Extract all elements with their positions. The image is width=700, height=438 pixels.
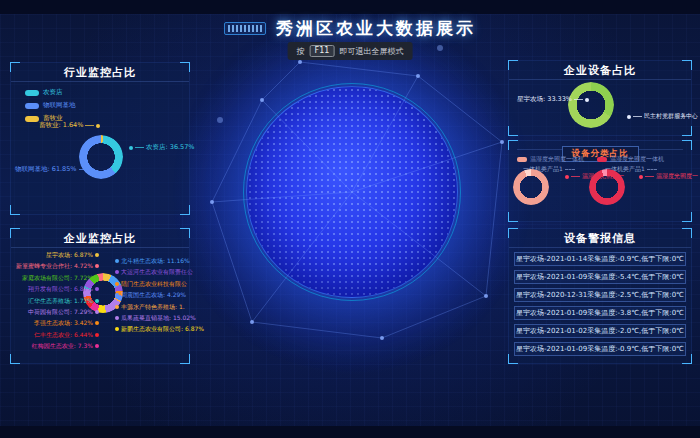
equipment-donut-chart[interactable] <box>568 82 614 128</box>
callout-text: 温湿度光照度一 <box>656 172 698 181</box>
alarm-panel-title: 设备警报信息 <box>509 229 691 248</box>
enterprise-label-text: 汇华生态养殖场: 1.72% <box>28 298 93 304</box>
fullscreen-tooltip: 按 F11 即可退出全屏模式 <box>288 42 413 60</box>
callout-line <box>571 176 580 177</box>
enterprise-label: 仁丰生态农业: 6.44% <box>34 332 99 338</box>
enterprise-label-text: 翔升发有限公司: 6.87% <box>28 286 93 292</box>
callout-dot <box>95 299 99 303</box>
panel-device-classification: 设备分类占比 温湿度光照度一体机 一体机类产品1 温湿度光照度一 温湿度光照度一… <box>508 140 692 222</box>
callout-dot <box>115 327 119 331</box>
class-right-legend[interactable]: 温湿度光照度一体机 <box>597 155 664 164</box>
enterprise-label: 翔升发有限公司: 6.87% <box>28 286 99 292</box>
enterprise-label-text: 丰源水产特色养殖场: 1. <box>121 304 185 310</box>
enterprise-labels-right: 北斗精生态农场: 11.16% 大运河生态农业有限责任公 陆门生态农业科技有限公… <box>115 258 193 338</box>
callout-dot <box>95 264 99 268</box>
enterprise-label: 家庭农场有限公司: 7.72% <box>22 275 99 281</box>
enterprise-label: 新篁蜜蜂专业合作社: 4.72% <box>16 263 99 269</box>
callout-text: 农资店: 36.57% <box>146 143 195 152</box>
enterprise-label-text: 仁丰生态农业: 6.44% <box>34 332 93 338</box>
enterprise-label-text: 李强生态农场: 3.42% <box>34 320 93 326</box>
legend-label: 温湿度光照度一体机 <box>530 155 584 164</box>
alarm-row: 星宇农场-2021-01-14采集温度:-0.9℃,低于下限:0℃ <box>514 252 686 266</box>
callout-dot <box>565 175 569 179</box>
callout-dot <box>639 175 643 179</box>
enterprise-label: 丰源水产特色养殖场: 1. <box>115 304 185 310</box>
enterprise-label-text: 星宇农场: 6.87% <box>46 252 93 258</box>
panel-enterprise-monitor: 企业监控占比 星宇农场: 6.87% 新篁蜜蜂专业合作社: 4.72% 家庭农场… <box>10 228 190 364</box>
callout-dot <box>115 282 119 286</box>
globe-visualization <box>246 86 458 298</box>
equipment-callout-right: 民主村党群服务中心 <box>627 112 698 121</box>
callout-dot <box>129 146 133 150</box>
callout-dot <box>95 321 99 325</box>
enterprise-label: 陆门生态农业科技有限公 <box>115 281 187 287</box>
callout-text: 物联网基地: 61.85% <box>15 165 77 174</box>
callout-dot <box>95 310 99 314</box>
enterprise-label-text: 新篁蜜蜂专业合作社: 4.72% <box>16 263 93 269</box>
dashboard-screen: 秀洲区农业大数据展示 按 F11 即可退出全屏模式 行业监控占比 农资店 物联网… <box>0 0 700 438</box>
enterprise-label: 李强生态农场: 3.42% <box>34 320 99 326</box>
industry-panel-title: 行业监控占比 <box>11 63 189 82</box>
callout-line <box>85 125 94 126</box>
alarm-list: 星宇农场-2021-01-14采集温度:-0.9℃,低于下限:0℃星宇农场-20… <box>514 252 686 360</box>
callout-dot <box>95 276 99 280</box>
bottom-strip <box>0 426 700 438</box>
callout-dot <box>96 124 100 128</box>
legend-label: 物联网基地 <box>43 101 76 110</box>
callout-dot <box>115 293 119 297</box>
header: 秀洲区农业大数据展示 <box>0 17 700 40</box>
enterprise-panel-title: 企业监控占比 <box>11 229 189 248</box>
enterprise-label: 新鹏生态农业有限公司: 6.87% <box>115 326 204 332</box>
callout-dot <box>585 98 589 102</box>
class-right-donut-chart[interactable] <box>589 169 625 205</box>
callout-dot <box>90 168 94 172</box>
enterprise-label: 周震国生态农场: 4.29% <box>115 292 186 298</box>
legend-swatch <box>25 103 39 109</box>
enterprise-label-text: 陆门生态农业科技有限公 <box>121 281 187 287</box>
industry-callout-agristore: 农资店: 36.57% <box>129 143 195 152</box>
enterprise-label: 瓜果蔬菜直销基地: 15.02% <box>115 315 196 321</box>
callout-dot <box>95 344 99 348</box>
class-left-legend[interactable]: 温湿度光照度一体机 <box>517 155 584 164</box>
page-title: 秀洲区农业大数据展示 <box>276 17 476 40</box>
callout-dot <box>115 305 119 309</box>
enterprise-label-text: 家庭农场有限公司: 7.72% <box>22 275 93 281</box>
alarm-row: 星宇农场-2021-01-09采集温度:-3.8℃,低于下限:0℃ <box>514 306 686 320</box>
legend-item[interactable]: 物联网基地 <box>25 101 76 110</box>
industry-legend: 农资店 物联网基地 畜牧业 <box>25 88 76 123</box>
enterprise-label: 北斗精生态农场: 11.16% <box>115 258 190 264</box>
panel-equipment-share: 企业设备占比 星宇农场: 33.33% 民主村党群服务中心 <box>508 60 692 136</box>
callout-text: 畜牧业: 1.64% <box>39 121 83 130</box>
enterprise-label: 大运河生态农业有限责任公 <box>115 269 193 275</box>
enterprise-label-text: 新鹏生态农业有限公司: 6.87% <box>121 326 204 332</box>
enterprise-label-text: 北斗精生态农场: 11.16% <box>121 258 190 264</box>
equipment-panel-title: 企业设备占比 <box>509 61 691 80</box>
enterprise-label: 中荷园有限公司: 7.29% <box>28 309 99 315</box>
enterprise-label-text: 周震国生态农场: 4.29% <box>121 292 186 298</box>
enterprise-label: 汇华生态养殖场: 1.72% <box>28 298 99 304</box>
alarm-row: 星宇农场-2020-12-31采集温度:-2.5℃,低于下限:0℃ <box>514 288 686 302</box>
brand-logo-badge <box>224 22 266 35</box>
f11-keycap: F11 <box>310 45 335 57</box>
callout-line <box>633 116 642 117</box>
legend-item[interactable]: 农资店 <box>25 88 76 97</box>
legend-label: 农资店 <box>43 88 63 97</box>
alarm-row: 星宇农场-2021-01-09采集温度:-5.4℃,低于下限:0℃ <box>514 270 686 284</box>
callout-dot <box>115 270 119 274</box>
panel-industry-monitor: 行业监控占比 农资店 物联网基地 畜牧业 畜牧业: 1.64% 农 <box>10 62 190 215</box>
enterprise-label-text: 瓜果蔬菜直销基地: 15.02% <box>121 315 196 321</box>
equipment-callout-left: 星宇农场: 33.33% <box>517 95 589 104</box>
callout-dot <box>95 333 99 337</box>
callout-line <box>645 176 654 177</box>
legend-swatch <box>25 90 39 96</box>
legend-swatch <box>597 157 607 162</box>
callout-dot <box>115 259 119 263</box>
callout-dot <box>115 316 119 320</box>
class-left-donut-chart[interactable] <box>513 169 549 205</box>
tooltip-suffix: 即可退出全屏模式 <box>339 46 403 57</box>
industry-callout-iot-base: 物联网基地: 61.85% <box>15 165 94 174</box>
callout-line <box>135 147 144 148</box>
enterprise-label-text: 中荷园有限公司: 7.29% <box>28 309 93 315</box>
class-right-callout: 温湿度光照度一 <box>639 172 698 181</box>
tooltip-prefix: 按 <box>297 46 305 57</box>
